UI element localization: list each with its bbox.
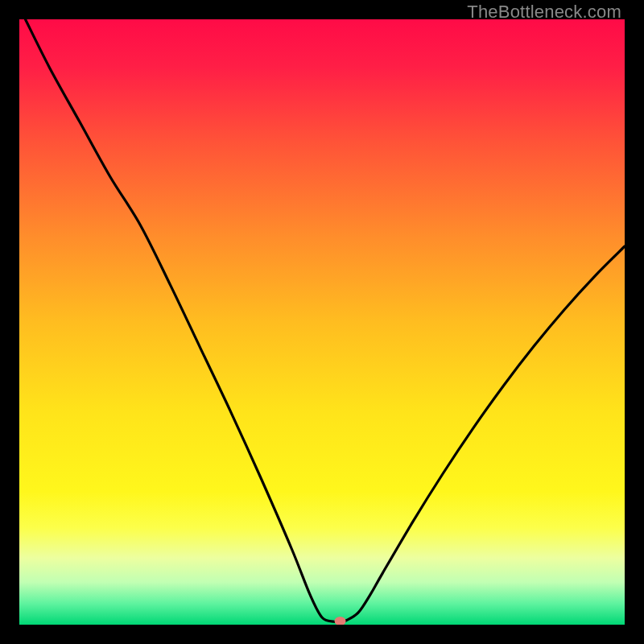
gradient-background (19, 19, 625, 625)
watermark-text: TheBottleneck.com (467, 2, 621, 23)
bottleneck-chart (19, 19, 625, 625)
chart-frame (19, 19, 625, 625)
